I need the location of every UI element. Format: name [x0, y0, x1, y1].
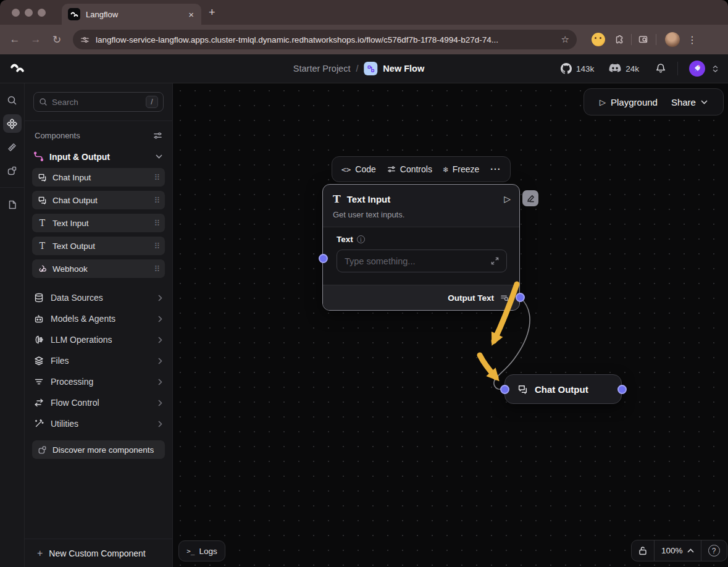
chevron-right-icon — [158, 421, 162, 427]
chevron-right-icon — [158, 379, 162, 385]
category-files[interactable]: Files — [25, 350, 172, 371]
user-avatar[interactable] — [689, 61, 705, 77]
category-flow-control[interactable]: Flow Control — [25, 392, 172, 413]
url-bar[interactable]: langflow-service-langflow.apps.cluster-t… — [73, 30, 577, 49]
breadcrumb-flow-name[interactable]: New Flow — [383, 64, 424, 74]
discover-label: Discover more components — [52, 445, 154, 455]
left-icon-rail — [0, 83, 25, 567]
sidebar-item-chat-input[interactable]: Chat Input ⠿ — [32, 168, 165, 187]
lock-open-icon — [638, 546, 647, 555]
output-handle-text[interactable] — [516, 293, 525, 302]
category-llm-operations[interactable]: LLM Operations — [25, 329, 172, 350]
input-handle-text[interactable] — [319, 254, 328, 263]
discover-more-components-button[interactable]: Discover more components — [32, 440, 165, 459]
output-handle-chat-output[interactable] — [617, 385, 627, 394]
sidebar-item-webhook[interactable]: Webhook ⠿ — [32, 259, 165, 278]
chevron-down-icon[interactable] — [156, 154, 162, 159]
browser-profile-avatar[interactable] — [665, 32, 680, 47]
share-button[interactable]: Share — [671, 97, 708, 107]
bookmark-star-icon[interactable]: ☆ — [561, 34, 569, 45]
github-star-count: 143k — [576, 64, 594, 74]
help-button[interactable]: ? — [701, 540, 727, 561]
app-header: Starter Project / New Flow 143k 24k — [0, 54, 728, 83]
sidebar-item-text-input[interactable]: T Text Input ⠿ — [32, 214, 165, 232]
search-icon[interactable] — [3, 91, 22, 109]
langflow-favicon — [68, 8, 80, 20]
code-button[interactable]: <> Code — [341, 164, 376, 174]
browser-tabstrip: Langflow × + — [0, 0, 728, 25]
category-utilities[interactable]: Utilities — [25, 413, 172, 434]
tab-close-icon[interactable]: × — [187, 9, 195, 20]
sidebar-item-chat-output[interactable]: Chat Output ⠿ — [32, 191, 165, 209]
search-field[interactable] — [52, 98, 126, 107]
freeze-button[interactable]: ❄ Freeze — [443, 164, 479, 174]
drag-handle-icon[interactable]: ⠿ — [154, 242, 159, 251]
minimize-window-button[interactable] — [25, 9, 33, 17]
new-tab-button[interactable]: + — [209, 7, 215, 18]
category-label: Utilities — [51, 419, 151, 429]
snowflake-icon: ❄ — [443, 165, 448, 174]
category-models-agents[interactable]: Models & Agents — [25, 308, 172, 329]
run-node-icon[interactable]: ▷ — [504, 194, 511, 204]
blocks-icon[interactable] — [3, 161, 22, 180]
tab-search-icon[interactable] — [638, 34, 650, 46]
site-info-icon[interactable] — [80, 35, 90, 44]
chat-output-node[interactable]: Chat Output — [504, 374, 622, 404]
drag-handle-icon[interactable]: ⠿ — [154, 173, 159, 182]
search-icon — [39, 98, 48, 106]
inspect-output-icon[interactable] — [500, 293, 509, 303]
file-icon[interactable] — [3, 195, 22, 214]
webhook-icon — [38, 264, 47, 274]
notifications-bell-icon[interactable] — [655, 63, 666, 74]
github-stars[interactable]: 143k — [561, 63, 594, 74]
controls-button[interactable]: Controls — [387, 164, 432, 174]
text-input-node[interactable]: T Text Input ▷ Get user text inputs. Tex… — [322, 184, 520, 311]
playground-button[interactable]: ▷ Playground — [600, 97, 658, 107]
forward-icon[interactable]: → — [27, 33, 44, 46]
chevrons-up-down-icon[interactable] — [713, 65, 718, 72]
category-data-sources[interactable]: Data Sources — [25, 287, 172, 308]
components-icon[interactable] — [3, 114, 22, 133]
extension-avatar-icon[interactable] — [592, 33, 605, 46]
new-custom-component-button[interactable]: + New Custom Component — [25, 539, 172, 567]
more-options-button[interactable]: ··· — [490, 164, 501, 174]
flow-canvas[interactable]: <> Code Controls ❄ Freeze ··· T — [173, 83, 728, 567]
browser-toolbar: ← → ↻ langflow-service-langflow.apps.clu… — [0, 25, 728, 54]
filter-settings-icon[interactable] — [153, 131, 162, 140]
input-handle-chat-output[interactable] — [500, 385, 509, 394]
playground-label: Playground — [611, 97, 658, 107]
type-icon: T — [333, 193, 341, 205]
discord-count[interactable]: 24k — [609, 64, 639, 74]
expand-icon[interactable] — [491, 257, 499, 265]
text-field[interactable] — [337, 250, 507, 272]
search-input[interactable]: / — [33, 92, 164, 112]
url-text[interactable]: langflow-service-langflow.apps.cluster-t… — [96, 35, 555, 44]
edit-pencil-button[interactable] — [522, 190, 538, 206]
drag-handle-icon[interactable]: ⠿ — [154, 196, 159, 205]
reload-icon[interactable]: ↻ — [48, 33, 65, 46]
zoom-level-button[interactable]: 100% — [655, 540, 701, 561]
langflow-logo[interactable] — [10, 61, 25, 76]
browser-tab[interactable]: Langflow × — [62, 4, 201, 25]
logs-button[interactable]: >_ Logs — [178, 540, 225, 561]
lock-button[interactable] — [632, 540, 654, 561]
chevron-right-icon — [158, 316, 162, 322]
category-processing[interactable]: Processing — [25, 371, 172, 392]
back-icon[interactable]: ← — [6, 33, 23, 46]
sidebar-item-text-output[interactable]: T Text Output ⠿ — [32, 237, 165, 255]
close-window-button[interactable] — [12, 9, 20, 17]
controls-label: Controls — [400, 164, 432, 174]
item-label: Webhook — [52, 264, 148, 274]
extensions-puzzle-icon[interactable] — [614, 34, 625, 45]
group-input-output[interactable]: Input & Output — [25, 144, 172, 168]
browser-menu-icon[interactable]: ⋮ — [684, 34, 701, 46]
drag-handle-icon[interactable]: ⠿ — [154, 264, 159, 274]
zoom-level: 100% — [661, 546, 683, 555]
maximize-window-button[interactable] — [38, 9, 46, 17]
text-field-input[interactable] — [345, 256, 486, 266]
breadcrumb-project[interactable]: Starter Project — [293, 64, 351, 74]
drag-handle-icon[interactable]: ⠿ — [154, 219, 159, 228]
bundles-icon[interactable] — [3, 138, 22, 156]
database-icon — [34, 293, 44, 303]
node-toolbar: <> Code Controls ❄ Freeze ··· — [332, 156, 511, 182]
